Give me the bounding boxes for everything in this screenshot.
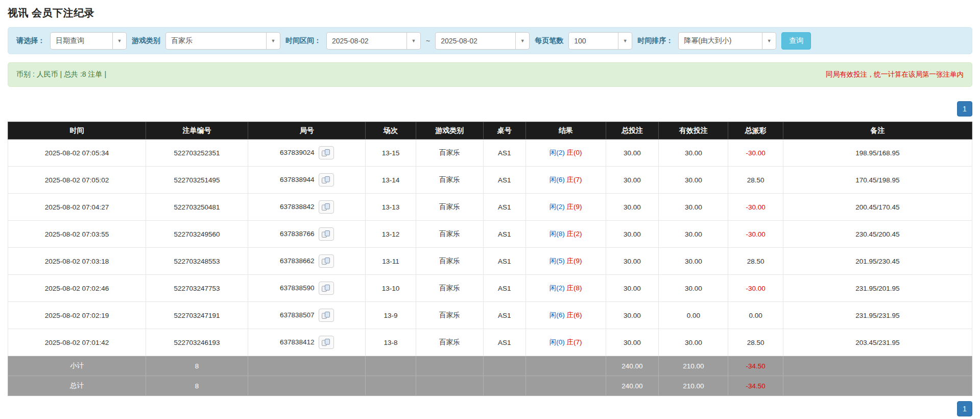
date-to-value: 2025-08-02 bbox=[436, 37, 483, 45]
table-header-row: 时间 注单编号 局号 场次 游戏类别 桌号 结果 总投注 有效投注 总派彩 备注 bbox=[8, 122, 972, 139]
cell-game-category: 百家乐 bbox=[416, 302, 483, 329]
cell-note: 231.95/201.95 bbox=[783, 275, 972, 302]
round-detail-button[interactable] bbox=[319, 254, 334, 268]
cell-table-number: AS1 bbox=[483, 275, 525, 302]
cell-session: 13-10 bbox=[366, 275, 416, 302]
cards-icon bbox=[322, 312, 330, 319]
valid-bet-notice: 同局有效投注，统一计算在该局第一张注单内 bbox=[826, 70, 964, 79]
cell-table-number: AS1 bbox=[483, 302, 525, 329]
round-number: 637838662 bbox=[280, 257, 315, 265]
game-category-select[interactable]: 百家乐 ▼ bbox=[165, 32, 280, 50]
query-type-value: 日期查询 bbox=[51, 36, 89, 45]
grand-total-label: 总计 bbox=[8, 376, 146, 396]
subtotal-payout: -34.50 bbox=[728, 356, 783, 376]
filter-bar: 请选择： 日期查询 ▼ 游戏类别 百家乐 ▼ 时间区间： 2025-08-02 … bbox=[8, 27, 972, 54]
result-banker: 庄(6) bbox=[567, 311, 582, 319]
cell-round-number: 637838507 bbox=[248, 302, 366, 329]
result-banker: 庄(9) bbox=[567, 203, 582, 211]
cell-time: 2025-08-02 07:02:19 bbox=[8, 302, 146, 329]
cell-session: 13-8 bbox=[366, 329, 416, 356]
page-1-button[interactable]: 1 bbox=[957, 101, 972, 117]
grand-total-valid-bet: 210.00 bbox=[659, 376, 728, 396]
col-header-valid-bet: 有效投注 bbox=[659, 122, 728, 139]
subtotal-count: 8 bbox=[146, 356, 248, 376]
cell-table-number: AS1 bbox=[483, 248, 525, 275]
page-title: 视讯 会员下注纪录 bbox=[8, 6, 972, 20]
query-type-label: 请选择： bbox=[16, 36, 45, 45]
cell-round-number: 637838590 bbox=[248, 275, 366, 302]
total-bet-link[interactable]: 30.00 bbox=[606, 221, 659, 248]
chevron-down-icon: ▼ bbox=[515, 33, 529, 49]
per-page-select[interactable]: 100 ▼ bbox=[568, 32, 632, 50]
cell-valid-bet: 30.00 bbox=[659, 329, 728, 356]
cards-icon bbox=[322, 230, 330, 238]
cell-session: 13-15 bbox=[366, 139, 416, 167]
chevron-down-icon: ▼ bbox=[112, 33, 126, 49]
grand-total-row: 总计 8 240.00 210.00 -34.50 bbox=[8, 376, 972, 396]
cards-icon bbox=[322, 203, 330, 211]
date-from-input[interactable]: 2025-08-02 ▼ bbox=[326, 32, 421, 50]
round-detail-button[interactable] bbox=[319, 200, 334, 214]
page: 视讯 会员下注纪录 请选择： 日期查询 ▼ 游戏类别 百家乐 ▼ 时间区间： 2… bbox=[0, 0, 980, 416]
round-number: 637839024 bbox=[280, 149, 315, 156]
total-bet-link[interactable]: 30.00 bbox=[606, 302, 659, 329]
round-detail-button[interactable] bbox=[319, 309, 334, 322]
subtotal-row: 小计 8 240.00 210.00 -34.50 bbox=[8, 356, 972, 376]
round-detail-button[interactable] bbox=[319, 336, 334, 349]
table-row: 2025-08-02 07:05:34 522703252351 6378390… bbox=[8, 139, 972, 167]
result-banker: 庄(8) bbox=[567, 284, 582, 292]
cell-session: 13-14 bbox=[366, 167, 416, 194]
round-number: 637838842 bbox=[280, 203, 315, 211]
pagination-top: 1 bbox=[8, 101, 972, 117]
cell-bet-number: 522703248553 bbox=[146, 248, 248, 275]
cards-icon bbox=[322, 258, 330, 265]
round-detail-button[interactable] bbox=[319, 227, 334, 241]
search-button[interactable]: 查询 bbox=[781, 32, 811, 50]
total-bet-link[interactable]: 30.00 bbox=[606, 194, 659, 221]
subtotal-label: 小计 bbox=[8, 356, 146, 376]
pagination-bottom: 1 bbox=[8, 401, 972, 416]
page-1-button[interactable]: 1 bbox=[957, 401, 972, 416]
result-player: 闲(8) bbox=[549, 230, 565, 238]
col-header-note: 备注 bbox=[783, 122, 972, 139]
result-player: 闲(2) bbox=[549, 149, 565, 156]
round-detail-button[interactable] bbox=[319, 173, 334, 187]
round-detail-button[interactable] bbox=[319, 146, 334, 159]
result-banker: 庄(7) bbox=[567, 338, 582, 346]
cell-game-category: 百家乐 bbox=[416, 248, 483, 275]
col-header-payout: 总派彩 bbox=[728, 122, 783, 139]
subtotal-total-bet: 240.00 bbox=[606, 356, 659, 376]
cell-valid-bet: 30.00 bbox=[659, 167, 728, 194]
cards-icon bbox=[322, 339, 330, 346]
cell-result: 闲(0) 庄(7) bbox=[525, 329, 606, 356]
total-bet-link[interactable]: 30.00 bbox=[606, 248, 659, 275]
grand-total-payout: -34.50 bbox=[728, 376, 783, 396]
result-player: 闲(2) bbox=[549, 284, 565, 292]
cell-table-number: AS1 bbox=[483, 139, 525, 167]
cell-payout: 0.00 bbox=[728, 302, 783, 329]
round-detail-button[interactable] bbox=[319, 282, 334, 295]
time-sort-select[interactable]: 降幂(由大到小) ▼ bbox=[678, 32, 776, 50]
result-banker: 庄(7) bbox=[567, 176, 582, 183]
cell-game-category: 百家乐 bbox=[416, 194, 483, 221]
cell-bet-number: 522703247753 bbox=[146, 275, 248, 302]
cell-time: 2025-08-02 07:03:18 bbox=[8, 248, 146, 275]
cell-result: 闲(2) 庄(8) bbox=[525, 275, 606, 302]
currency-total-text: 币别 : 人民币 | 总共 :8 注单 | bbox=[16, 70, 106, 79]
total-bet-link[interactable]: 30.00 bbox=[606, 329, 659, 356]
total-bet-link[interactable]: 30.00 bbox=[606, 139, 659, 167]
chevron-down-icon: ▼ bbox=[618, 33, 632, 49]
cell-game-category: 百家乐 bbox=[416, 139, 483, 167]
cell-round-number: 637838842 bbox=[248, 194, 366, 221]
cell-note: 231.95/231.95 bbox=[783, 302, 972, 329]
result-player: 闲(2) bbox=[549, 203, 565, 211]
query-type-select[interactable]: 日期查询 ▼ bbox=[50, 32, 127, 50]
round-number: 637838590 bbox=[280, 284, 315, 292]
date-to-input[interactable]: 2025-08-02 ▼ bbox=[435, 32, 530, 50]
table-row: 2025-08-02 07:03:55 522703249560 6378387… bbox=[8, 221, 972, 248]
cell-result: 闲(2) 庄(9) bbox=[525, 194, 606, 221]
total-bet-link[interactable]: 30.00 bbox=[606, 167, 659, 194]
cell-table-number: AS1 bbox=[483, 329, 525, 356]
cell-payout: 28.50 bbox=[728, 167, 783, 194]
total-bet-link[interactable]: 30.00 bbox=[606, 275, 659, 302]
